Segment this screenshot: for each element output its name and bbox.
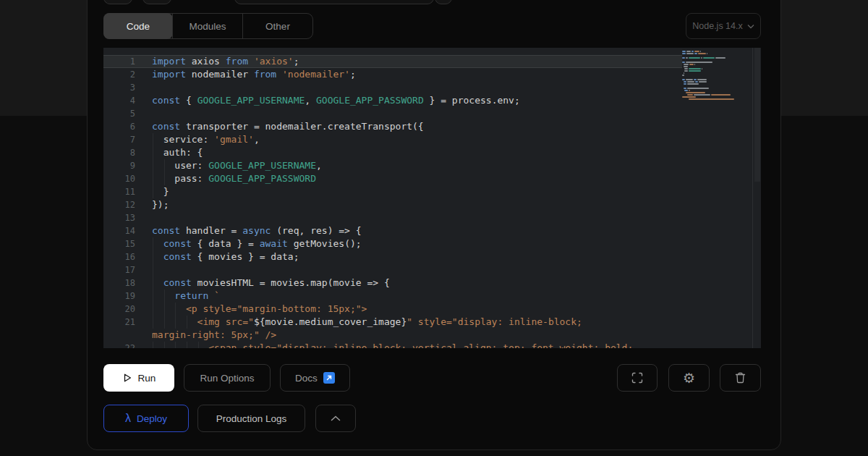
minimap-line [682, 96, 750, 98]
delete-button[interactable] [720, 364, 761, 392]
code-line: 9 user: GOOGLE_APP_USERNAME, [103, 159, 682, 172]
code-text: user: GOOGLE_APP_USERNAME, [152, 159, 322, 172]
external-link-icon [323, 372, 335, 384]
line-number: 17 [103, 263, 135, 276]
minimap-line [682, 55, 750, 56]
fullscreen-icon [631, 372, 643, 384]
tab-code[interactable]: Code [103, 13, 173, 39]
docs-button[interactable]: Docs [280, 364, 350, 392]
code-lines: 1import axios from 'axios';2import nodem… [103, 48, 761, 348]
chevron-down-icon [747, 24, 754, 29]
line-number: 19 [103, 290, 135, 303]
line-number: 8 [103, 146, 135, 159]
code-text: return ` [152, 290, 220, 303]
code-text: <img src="${movie.medium_cover_image}" s… [152, 316, 582, 329]
gear-icon: ⚙ [683, 371, 695, 385]
production-logs-button[interactable]: Production Logs [197, 405, 305, 432]
line-number: 6 [103, 120, 135, 133]
code-line: 10 pass: GOOGLE_APP_PASSWORD [103, 172, 682, 185]
code-line: 20 <p style="margin-bottom: 15px;"> [103, 303, 682, 316]
line-number: 3 [103, 81, 135, 94]
collapse-button[interactable] [315, 405, 356, 432]
tab-other[interactable]: Other [242, 14, 312, 38]
line-number: 20 [103, 303, 135, 316]
editor-scrollbar-thumb[interactable] [754, 48, 760, 182]
line-number: 15 [103, 237, 135, 250]
line-number: 12 [103, 198, 135, 211]
minimap-line [682, 75, 750, 76]
editor-scrollbar[interactable] [752, 48, 761, 348]
topbar-input[interactable] [234, 0, 434, 4]
code-line: 18 const moviesHTML = movies.map(movie =… [103, 276, 682, 290]
code-line: 8 auth: { [103, 146, 682, 159]
code-line: 21 <img src="${movie.medium_cover_image}… [103, 316, 682, 329]
code-line: 19 return ` [103, 290, 682, 303]
code-text: const transporter = nodemailer.createTra… [152, 120, 424, 133]
code-line: 5 [103, 107, 682, 120]
code-line: 12}); [103, 198, 682, 211]
line-number: 7 [103, 133, 135, 146]
code-text: import axios from 'axios'; [152, 55, 299, 68]
topbar-button-1[interactable] [103, 0, 132, 4]
line-number: 13 [103, 211, 135, 224]
code-line: 16 const { movies } = data; [103, 250, 682, 263]
line-number: 4 [103, 94, 135, 107]
line-number: 1 [103, 55, 135, 68]
code-editor[interactable]: 1import axios from 'axios';2import nodem… [103, 48, 761, 348]
line-number: 14 [103, 224, 135, 237]
production-logs-label: Production Logs [216, 413, 287, 424]
runtime-selector-value: Node.js 14.x [692, 21, 742, 31]
code-text: }); [152, 198, 169, 211]
code-text: const { data } = await getMovies(); [152, 237, 362, 250]
code-text: const handler = async (req, res) => { [152, 224, 362, 237]
line-number: 16 [103, 250, 135, 263]
run-options-label: Run Options [200, 373, 254, 384]
line-number: 9 [103, 159, 135, 172]
tab-modules[interactable]: Modules [172, 14, 242, 38]
code-text: } [152, 185, 169, 198]
lambda-icon: λ [125, 413, 131, 424]
editor-tabs: Code Modules Other [103, 13, 313, 39]
minimap-line [682, 72, 750, 74]
code-line: 4const { GOOGLE_APP_USERNAME, GOOGLE_APP… [103, 94, 682, 107]
deploy-button[interactable]: λ Deploy [103, 405, 189, 432]
code-text: const { GOOGLE_APP_USERNAME, GOOGLE_APP_… [152, 94, 520, 107]
line-number: 5 [103, 107, 135, 120]
minimap-line [682, 64, 750, 65]
fullscreen-button[interactable] [617, 364, 658, 392]
line-number: 22 [103, 342, 135, 348]
code-line: margin-right: 5px;" /> [103, 329, 682, 342]
play-icon [122, 373, 132, 383]
line-number: 21 [103, 316, 135, 329]
line-number: 10 [103, 172, 135, 185]
docs-label: Docs [295, 373, 318, 384]
code-text: <p style="margin-bottom: 15px;"> [152, 303, 367, 316]
topbar-button-2[interactable] [142, 0, 171, 4]
code-line: 2import nodemailer from 'nodemailer'; [103, 68, 682, 81]
runtime-selector[interactable]: Node.js 14.x [686, 13, 761, 39]
run-button[interactable]: Run [103, 364, 174, 392]
settings-button[interactable]: ⚙ [668, 364, 710, 392]
run-options-button[interactable]: Run Options [184, 364, 271, 392]
trash-icon [735, 372, 746, 384]
code-text: <span style="display: inline-block; vert… [152, 342, 633, 348]
minimap[interactable] [682, 51, 750, 101]
code-line: 3 [103, 81, 682, 94]
line-number [103, 329, 135, 342]
minimap-line [682, 51, 750, 52]
code-line: 17 [103, 263, 682, 276]
minimap-line [682, 68, 750, 69]
code-text: const { movies } = data; [152, 250, 299, 263]
minimap-line [682, 92, 750, 93]
run-button-label: Run [138, 373, 156, 384]
code-text: service: 'gmail', [152, 133, 260, 146]
code-text: const moviesHTML = movies.map(movie => { [152, 276, 390, 290]
code-line: 11 } [103, 185, 682, 198]
minimap-line [682, 70, 750, 72]
minimap-line [682, 88, 750, 89]
code-line: 14const handler = async (req, res) => { [103, 224, 682, 237]
minimap-line [682, 79, 750, 80]
minimap-line [682, 83, 750, 85]
minimap-line [682, 90, 750, 91]
code-line: 15 const { data } = await getMovies(); [103, 237, 682, 250]
